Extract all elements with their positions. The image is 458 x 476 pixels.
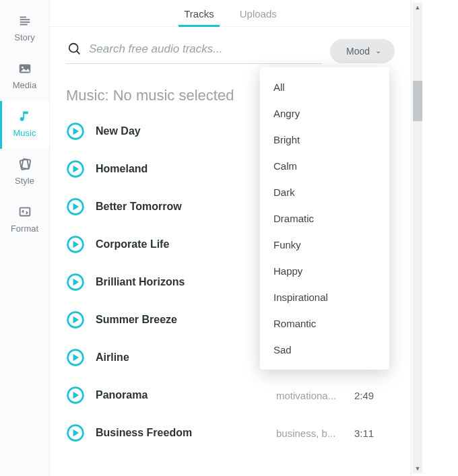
search-field[interactable] bbox=[66, 38, 322, 64]
track-title: Brilliant Horizons bbox=[96, 276, 265, 288]
sidebar-item-style[interactable]: Style bbox=[0, 149, 49, 197]
sidebar: StoryMediaMusicStyleFormat bbox=[0, 0, 50, 476]
svg-point-5 bbox=[21, 67, 23, 69]
scrollbar-thumb[interactable] bbox=[413, 81, 422, 121]
mood-option[interactable]: Bright bbox=[260, 127, 389, 153]
scroll-up-icon[interactable]: ▲ bbox=[413, 3, 422, 12]
track-tags: motivationa... bbox=[276, 390, 344, 401]
play-icon[interactable] bbox=[66, 122, 85, 141]
tabs: TracksUploads bbox=[50, 0, 411, 27]
track-title: Panorama bbox=[96, 389, 265, 401]
svg-marker-26 bbox=[73, 354, 79, 362]
track-title: Homeland bbox=[96, 163, 265, 175]
right-gutter: ▲ ▼ bbox=[411, 0, 458, 476]
sidebar-item-label: Story bbox=[14, 32, 34, 42]
play-icon[interactable] bbox=[66, 348, 85, 367]
play-icon[interactable] bbox=[66, 423, 85, 442]
sidebar-item-label: Format bbox=[11, 224, 38, 234]
mood-dropdown: AllAngryBrightCalmDarkDramaticFunkyHappy… bbox=[260, 67, 389, 370]
scroll-down-icon[interactable]: ▼ bbox=[413, 464, 422, 473]
play-icon[interactable] bbox=[66, 197, 85, 216]
track-title: Better Tomorrow bbox=[96, 201, 265, 213]
track-tags: business, b... bbox=[276, 428, 344, 439]
track-row[interactable]: Panoramamotivationa...2:49 bbox=[66, 376, 395, 414]
sidebar-item-story[interactable]: Story bbox=[0, 5, 49, 53]
mood-option[interactable]: Funky bbox=[260, 232, 389, 258]
mood-filter-label: Mood bbox=[346, 46, 370, 57]
story-icon bbox=[18, 13, 32, 28]
media-icon bbox=[18, 61, 32, 76]
track-row[interactable]: Business Freedombusiness, b...3:11 bbox=[66, 414, 395, 452]
mood-option[interactable]: Angry bbox=[260, 100, 389, 127]
svg-marker-14 bbox=[73, 128, 79, 135]
chevron-down-icon: ⌄ bbox=[375, 46, 381, 55]
format-icon bbox=[18, 205, 32, 219]
main-panel: TracksUploads Mood ⌄ Music: No music sel… bbox=[50, 0, 411, 476]
track-title: Corporate Life bbox=[96, 238, 265, 250]
svg-point-11 bbox=[69, 44, 78, 53]
track-title: Summer Breeze bbox=[96, 314, 265, 326]
play-icon[interactable] bbox=[66, 273, 85, 292]
music-icon bbox=[18, 109, 32, 124]
sidebar-item-media[interactable]: Media bbox=[0, 53, 49, 101]
play-icon[interactable] bbox=[66, 160, 85, 178]
play-icon[interactable] bbox=[66, 386, 85, 405]
track-title: New Day bbox=[96, 125, 265, 137]
mood-option[interactable]: Inspirational bbox=[260, 284, 389, 310]
tab-tracks[interactable]: Tracks bbox=[183, 4, 215, 26]
search-input[interactable] bbox=[89, 42, 321, 56]
svg-line-12 bbox=[77, 51, 80, 55]
style-icon bbox=[18, 157, 32, 172]
svg-marker-28 bbox=[73, 392, 79, 399]
svg-marker-22 bbox=[73, 279, 79, 286]
svg-rect-9 bbox=[22, 159, 30, 169]
sidebar-item-music[interactable]: Music bbox=[0, 101, 49, 149]
track-duration: 2:49 bbox=[354, 390, 395, 401]
svg-rect-10 bbox=[20, 208, 30, 216]
mood-option[interactable]: Dark bbox=[260, 179, 389, 205]
track-duration: 3:11 bbox=[354, 428, 395, 439]
svg-marker-18 bbox=[73, 203, 79, 211]
mood-filter-button[interactable]: Mood ⌄ bbox=[330, 39, 395, 63]
play-icon[interactable] bbox=[66, 235, 85, 254]
mood-option[interactable]: All bbox=[260, 74, 389, 100]
sidebar-item-label: Media bbox=[13, 80, 36, 90]
track-title: Business Freedom bbox=[96, 427, 265, 439]
toolbar: Mood ⌄ bbox=[50, 27, 411, 67]
mood-option[interactable]: Sad bbox=[260, 337, 389, 363]
tab-uploads[interactable]: Uploads bbox=[238, 4, 278, 26]
search-icon bbox=[67, 42, 82, 57]
mood-option[interactable]: Happy bbox=[260, 258, 389, 284]
sidebar-item-format[interactable]: Format bbox=[0, 197, 49, 244]
svg-marker-30 bbox=[73, 430, 79, 437]
sidebar-item-label: Style bbox=[15, 176, 34, 186]
svg-marker-24 bbox=[73, 316, 79, 324]
scrollbar-track[interactable] bbox=[413, 3, 422, 473]
play-icon[interactable] bbox=[66, 310, 85, 329]
mood-option[interactable]: Calm bbox=[260, 153, 389, 179]
svg-marker-20 bbox=[73, 241, 79, 248]
mood-option[interactable]: Dramatic bbox=[260, 205, 389, 232]
mood-option[interactable]: Romantic bbox=[260, 310, 389, 337]
svg-marker-16 bbox=[73, 166, 79, 173]
track-title: Airline bbox=[96, 351, 265, 364]
sidebar-item-label: Music bbox=[13, 128, 36, 138]
